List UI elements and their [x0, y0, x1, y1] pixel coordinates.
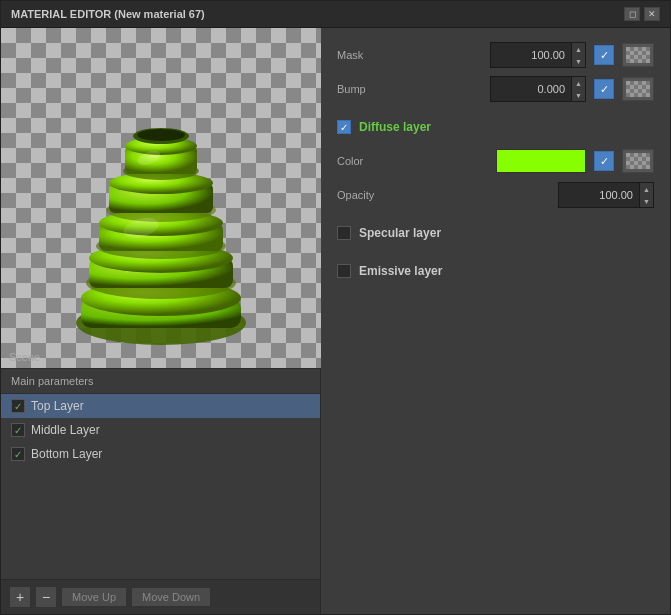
opacity-input-group: ▲ ▼ — [558, 182, 654, 208]
opacity-spin-down[interactable]: ▼ — [639, 195, 653, 207]
diffuse-layer-checkbox[interactable] — [337, 120, 351, 134]
opacity-input[interactable] — [559, 183, 639, 207]
emissive-layer-checkbox[interactable] — [337, 264, 351, 278]
restore-button[interactable]: ◻ — [624, 7, 640, 21]
bump-input-group: ▲ ▼ — [490, 76, 586, 102]
layer-name-bottom: Bottom Layer — [31, 447, 102, 461]
move-down-button[interactable]: Move Down — [131, 587, 211, 607]
opacity-spin: ▲ ▼ — [639, 183, 653, 207]
mask-input[interactable] — [491, 43, 571, 67]
bump-texture-button[interactable] — [622, 77, 654, 101]
layer-item-middle[interactable]: Middle Layer — [1, 418, 320, 442]
title-bar-controls: ◻ ✕ — [624, 7, 660, 21]
specular-layer-checkbox[interactable] — [337, 226, 351, 240]
specular-layer-title: Specular layer — [359, 226, 441, 240]
opacity-row: Opacity ▲ ▼ — [337, 182, 654, 208]
color-label: Color — [337, 155, 417, 167]
mask-texture-icon — [626, 47, 650, 63]
bump-label: Bump — [337, 83, 417, 95]
layer-name-middle: Middle Layer — [31, 423, 100, 437]
main-params-label: Main parameters — [1, 369, 320, 394]
close-button[interactable]: ✕ — [644, 7, 660, 21]
emissive-layer-header: Emissive layer — [337, 258, 654, 284]
svg-point-16 — [137, 129, 185, 141]
mask-spin-up[interactable]: ▲ — [571, 43, 585, 55]
diffuse-layer-header: Diffuse layer — [337, 114, 654, 140]
mask-row: Mask ▲ ▼ — [337, 42, 654, 68]
bump-spin-up[interactable]: ▲ — [571, 77, 585, 89]
layer-checkbox-top[interactable] — [11, 399, 25, 413]
move-up-button[interactable]: Move Up — [61, 587, 127, 607]
material-editor-window: MATERIAL EDITOR (New material 67) ◻ ✕ — [0, 0, 671, 615]
layers-panel: Main parameters Top Layer Middle Layer — [1, 368, 320, 614]
color-texture-icon — [626, 153, 650, 169]
content-area: Scene Main parameters Top Layer Middle L… — [1, 28, 670, 614]
color-texture-button[interactable] — [622, 149, 654, 173]
bottom-toolbar: + − Move Up Move Down — [1, 579, 320, 614]
mask-spin-down[interactable]: ▼ — [571, 55, 585, 67]
layers-list: Top Layer Middle Layer Bottom Layer — [1, 394, 320, 579]
diffuse-layer-title: Diffuse layer — [359, 120, 431, 134]
specular-layer-header: Specular layer — [337, 220, 654, 246]
mask-check-button[interactable] — [594, 45, 614, 65]
mask-spin: ▲ ▼ — [571, 43, 585, 67]
remove-layer-button[interactable]: − — [35, 586, 57, 608]
preview-area: Scene — [1, 28, 321, 368]
mask-input-group: ▲ ▼ — [490, 42, 586, 68]
left-panel: Scene Main parameters Top Layer Middle L… — [1, 28, 321, 614]
scene-label: Scene — [9, 351, 40, 363]
bump-check-button[interactable] — [594, 79, 614, 99]
opacity-label: Opacity — [337, 189, 417, 201]
3d-object-preview — [1, 28, 321, 368]
mask-label: Mask — [337, 49, 417, 61]
layer-checkbox-bottom[interactable] — [11, 447, 25, 461]
title-bar: MATERIAL EDITOR (New material 67) ◻ ✕ — [1, 1, 670, 28]
bump-spin: ▲ ▼ — [571, 77, 585, 101]
color-row: Color — [337, 148, 654, 174]
bump-spin-down[interactable]: ▼ — [571, 89, 585, 101]
mask-texture-button[interactable] — [622, 43, 654, 67]
emissive-layer-title: Emissive layer — [359, 264, 442, 278]
bump-texture-icon — [626, 81, 650, 97]
layer-item-top[interactable]: Top Layer — [1, 394, 320, 418]
color-swatch[interactable] — [496, 149, 586, 173]
add-layer-button[interactable]: + — [9, 586, 31, 608]
window-title: MATERIAL EDITOR (New material 67) — [11, 8, 205, 20]
layer-item-bottom[interactable]: Bottom Layer — [1, 442, 320, 466]
bump-input[interactable] — [491, 77, 571, 101]
opacity-spin-up[interactable]: ▲ — [639, 183, 653, 195]
layer-name-top: Top Layer — [31, 399, 84, 413]
layer-checkbox-middle[interactable] — [11, 423, 25, 437]
bump-row: Bump ▲ ▼ — [337, 76, 654, 102]
right-panel: Mask ▲ ▼ Bump — [321, 28, 670, 614]
color-check-button[interactable] — [594, 151, 614, 171]
